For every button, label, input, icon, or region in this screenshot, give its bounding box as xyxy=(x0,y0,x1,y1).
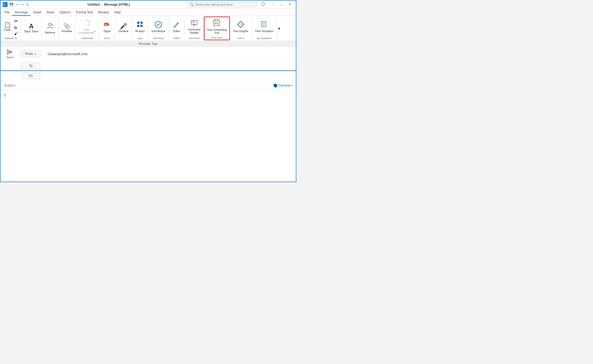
viva-insights-button[interactable]: Viva Insights xyxy=(232,20,250,34)
tab-insert[interactable]: Insert xyxy=(31,9,44,16)
clipboard-content: 📋 Paste ✂ ⧉ 🖌 xyxy=(2,17,19,36)
options-qs-button[interactable]: ⊡ xyxy=(25,2,30,7)
viva-insights-label: Viva Insights xyxy=(233,30,248,33)
basic-text-button[interactable]: A Basic Text ▾ xyxy=(23,22,40,34)
tags-label-row: Tags ▾ xyxy=(103,30,110,33)
to-input[interactable] xyxy=(46,64,294,68)
voice-label: Voice xyxy=(104,37,110,40)
scheduling-poll-label: New SchedulingPoll xyxy=(207,28,226,35)
all-apps-icon xyxy=(136,21,144,29)
cut-button[interactable]: ✂ xyxy=(13,18,19,25)
to-button[interactable]: To xyxy=(21,63,40,69)
cc-input[interactable] xyxy=(46,74,294,78)
search-box[interactable]: 🔍 xyxy=(188,2,257,7)
cc-input-area[interactable] xyxy=(43,74,296,78)
names-icon xyxy=(46,22,54,31)
names-group: Names ▾ xyxy=(42,17,58,40)
view-templates-label: View Templates xyxy=(255,30,274,33)
clipboard-label: Clipboard ⊡ xyxy=(4,37,17,40)
apps-label: Apps xyxy=(137,37,143,40)
close-button[interactable]: ✕ xyxy=(286,1,294,8)
diamond-icon xyxy=(259,2,267,7)
send-button-area: Send xyxy=(1,47,19,61)
message-tags-bar: Message Tags xyxy=(1,41,296,47)
copy-button[interactable]: ⧉ xyxy=(13,25,19,31)
clipboard-expand-icon[interactable]: ⊡ xyxy=(15,37,17,40)
immersive-reader-button[interactable]: ImmersiveReader xyxy=(187,18,202,36)
from-value: Owaexp3@microsoft.com xyxy=(46,52,90,56)
new-scheduling-poll-button[interactable]: New SchedulingPoll xyxy=(206,18,228,36)
tab-file[interactable]: File xyxy=(2,9,12,16)
subject-input[interactable] xyxy=(4,83,273,87)
immersive-reader-icon xyxy=(191,19,198,28)
cc-row: Cc xyxy=(1,71,296,81)
copy-icon: ⧉ xyxy=(14,25,17,30)
search-input[interactable] xyxy=(196,3,249,6)
dictate-button[interactable]: 🎤 Dictate ▾ xyxy=(117,22,130,34)
general-badge[interactable]: General ▾ xyxy=(273,83,293,88)
tab-message[interactable]: Message xyxy=(12,9,31,16)
doc-title: Untitled xyxy=(88,3,100,6)
immersive-group: ImmersiveReader Immersive xyxy=(185,17,204,40)
undo-qs-button[interactable]: ↩ xyxy=(15,2,20,7)
sensitivity-label-row: Sensitivity ▾ xyxy=(151,30,165,33)
tab-review[interactable]: Review xyxy=(96,9,111,16)
include-button[interactable]: 📎 Include ▾ xyxy=(60,22,73,34)
tab-format-text[interactable]: Format Text xyxy=(73,9,95,16)
apps-group: All Apps Apps xyxy=(132,17,148,40)
format-painter-button[interactable]: 🖌 xyxy=(13,31,19,36)
maximize-button[interactable]: □ xyxy=(277,1,285,8)
basic-text-group: A Basic Text ▾ xyxy=(21,17,42,40)
redo-qs-button[interactable]: ↪ xyxy=(20,2,25,7)
scheduling-poll-icon xyxy=(213,19,221,28)
all-apps-label: All Apps xyxy=(135,30,145,33)
tab-help[interactable]: Help xyxy=(111,9,124,16)
svg-marker-2 xyxy=(261,2,265,6)
tags-button[interactable]: Tags ▾ xyxy=(100,20,113,34)
view-templates-button[interactable]: View Templates xyxy=(253,20,275,34)
paste-button[interactable]: 📋 Paste xyxy=(2,21,13,33)
svg-rect-11 xyxy=(137,25,139,27)
immersive-label: Immersive xyxy=(189,37,200,40)
from-dropdown-arrow: ▾ xyxy=(35,53,36,55)
all-apps-button[interactable]: All Apps xyxy=(133,20,146,34)
send-button[interactable]: Send xyxy=(4,47,16,61)
tab-options[interactable]: Options xyxy=(57,9,73,16)
dictate-label-row: Dictate ▾ xyxy=(118,30,128,33)
basic-text-label-row: Basic Text ▾ xyxy=(24,30,38,33)
from-value-area: Owaexp3@microsoft.com xyxy=(43,52,296,56)
editor-group-label: Editor xyxy=(174,37,180,40)
compose-body[interactable]: ¶ xyxy=(1,90,296,182)
svg-rect-12 xyxy=(140,25,143,27)
tags-arrow: ▾ xyxy=(109,30,111,33)
names-button[interactable]: Names ▾ xyxy=(43,21,57,35)
loop-components-button[interactable]: LoopComponents ▾ xyxy=(77,18,97,36)
svg-rect-26 xyxy=(216,22,217,24)
shield-icon xyxy=(273,83,278,88)
editor-label: Editor xyxy=(173,30,180,33)
viva-insights-group: Viva Insights Add-in xyxy=(230,17,252,40)
tab-draw[interactable]: Draw xyxy=(44,9,57,16)
ribbon-expand-button[interactable]: ▾ xyxy=(278,26,280,31)
loop-label: LoopComponents xyxy=(79,28,94,35)
save-qs-button[interactable]: 💾 xyxy=(9,2,14,7)
window-controls: − □ ✕ xyxy=(269,1,294,8)
svg-marker-6 xyxy=(108,23,110,25)
cc-button[interactable]: Cc xyxy=(21,73,40,79)
paste-icon: 📋 xyxy=(4,22,11,28)
dictate-arrow: ▾ xyxy=(127,30,128,33)
pilcrow: ¶ xyxy=(4,93,6,98)
outlook-icon: O xyxy=(3,2,8,7)
sensitivity-arrow: ▾ xyxy=(164,30,165,33)
to-field-container: To xyxy=(19,63,43,69)
sensitivity-button[interactable]: Sensitivity ▾ xyxy=(150,20,167,34)
to-input-area[interactable] xyxy=(43,64,296,68)
compose-area: Send From ▾ Owaexp3@microsoft.com To xyxy=(1,47,296,182)
from-button[interactable]: From ▾ xyxy=(21,51,40,57)
minimize-button[interactable]: − xyxy=(269,1,277,8)
ribbon-more[interactable]: ▾ xyxy=(277,17,281,40)
basic-text-arrow: ▾ xyxy=(37,30,38,33)
format-painter-icon: 🖌 xyxy=(14,31,18,36)
subject-row: General ▾ xyxy=(1,81,296,90)
editor-button[interactable]: Editor xyxy=(170,20,183,34)
